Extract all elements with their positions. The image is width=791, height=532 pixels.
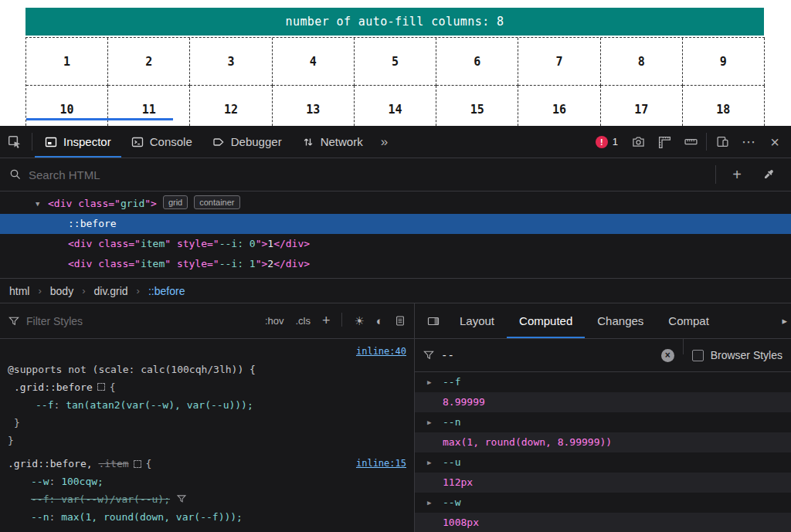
browser-styles-checkbox[interactable] (692, 350, 704, 361)
selector-highlighter-icon[interactable] (134, 460, 141, 468)
add-rule-button[interactable]: + (322, 313, 331, 329)
computed-property-value: 1008px (415, 513, 791, 532)
computed-property-name: --n (443, 412, 460, 432)
tag-token: </div> (273, 238, 310, 249)
property-value: 100cqw; (61, 476, 104, 487)
console-icon (131, 136, 144, 148)
supports-condition: @supports not (scale: calc(100cqh/3lh)) … (8, 361, 406, 378)
tabs-overflow-arrow[interactable]: ▸ (778, 303, 791, 338)
clear-filter-button[interactable]: × (661, 349, 674, 362)
tab-changes[interactable]: Changes (585, 303, 656, 338)
colon: : (49, 476, 61, 487)
declaration-overridden[interactable]: --f: var(--w)/var(--u); (8, 490, 406, 508)
breadcrumb-body[interactable]: body (50, 285, 73, 297)
dark-scheme-simulation-button[interactable]: ◐ (376, 314, 383, 327)
measure-icon (684, 135, 698, 148)
expand-arrow-icon[interactable]: ▶ (427, 412, 435, 432)
breadcrumb-html[interactable]: html (9, 285, 29, 297)
divider (715, 165, 716, 184)
declaration[interactable]: --f: tan(atan2(var(--w), var(--u))); (8, 396, 406, 414)
declaration[interactable]: --w: 100cqw; (8, 473, 406, 490)
devtools-toolbar: Inspector Console Debugger Network » ! 1 (0, 126, 791, 158)
devtools-menu-button[interactable]: ⋯ (735, 126, 762, 158)
selector: .grid::before (14, 381, 93, 393)
tab-debugger[interactable]: Debugger (202, 126, 292, 158)
overridden-filter-icon[interactable] (177, 494, 186, 503)
search-input[interactable]: Search HTML (29, 168, 706, 181)
grid-badge[interactable]: grid (163, 195, 188, 209)
three-pane-toggle-button[interactable] (419, 303, 447, 338)
computed-property-value: 8.99999 (415, 392, 791, 412)
colon: : (49, 493, 61, 505)
markup-node-before-selected[interactable]: ::before (0, 214, 791, 234)
grid-cell: 4 (273, 38, 355, 86)
filter-styles-input[interactable]: Filter Styles (26, 315, 258, 327)
breadcrumb-div-grid[interactable]: div.grid (94, 285, 128, 297)
responsive-design-button[interactable] (709, 126, 735, 158)
eyedropper-button[interactable] (755, 168, 782, 181)
computed-property-row[interactable]: ▶--u (415, 452, 791, 473)
tag-token: <div class=" (68, 258, 141, 269)
expand-arrow-icon[interactable]: ▼ (36, 194, 48, 214)
pick-element-button[interactable] (0, 126, 29, 158)
more-tabs-button[interactable]: » (373, 126, 396, 158)
computed-property-name: --f (443, 372, 460, 392)
browser-styles-label: Browser Styles (711, 349, 783, 361)
markup-node-item[interactable]: <div class="item" style="--i: 0">1</div> (0, 234, 791, 254)
meatball-menu-icon: ⋯ (742, 134, 755, 151)
eyedropper-icon (762, 168, 775, 181)
close-devtools-button[interactable]: × (762, 126, 788, 158)
add-search-button[interactable]: + (725, 166, 749, 184)
tab-compat[interactable]: Compat (656, 303, 721, 338)
tab-label: Network (321, 135, 363, 148)
print-simulation-button[interactable] (395, 315, 406, 327)
source-link[interactable]: inline:15 (356, 455, 406, 473)
property-value: tan(atan2(var(--w), var(--u))); (66, 399, 253, 411)
filter-icon (423, 350, 434, 361)
tab-console[interactable]: Console (121, 126, 202, 158)
container-badge[interactable]: container (194, 195, 239, 209)
light-scheme-simulation-button[interactable]: ☀ (354, 314, 364, 328)
grid-cell: 13 (273, 86, 355, 126)
computed-property-row[interactable]: ▶--f (415, 372, 791, 392)
rulers-button[interactable] (651, 126, 677, 158)
expand-arrow-icon[interactable]: ▶ (427, 493, 435, 513)
computed-property-row[interactable]: ▶--n (415, 412, 791, 432)
markup-node-grid[interactable]: ▼<div class="grid">gridcontainer (0, 194, 791, 214)
property-value: var(--w)/var(--u); (61, 493, 170, 505)
selector-highlighter-icon[interactable] (97, 383, 105, 391)
filter-icon (8, 316, 19, 327)
rulers-icon (658, 135, 671, 148)
tab-network[interactable]: Network (292, 126, 373, 158)
rules-panel: Filter Styles :hov .cls + ☀ ◐ inline:40 … (0, 303, 415, 532)
measure-button[interactable] (677, 126, 704, 158)
tab-computed[interactable]: Computed (507, 303, 585, 338)
open-brace: { (110, 381, 116, 393)
text-token: 1 (267, 238, 273, 249)
class-panel-button[interactable]: .cls (295, 315, 311, 327)
debugger-icon (212, 136, 225, 148)
screenshot-button[interactable] (625, 126, 651, 158)
screen: number of auto-fill columns: 8 1 2 3 4 5… (0, 0, 791, 532)
tab-layout[interactable]: Layout (447, 303, 507, 338)
computed-property-name: --w (443, 493, 460, 513)
pick-element-icon (8, 135, 22, 149)
pseudo-class-panel-button[interactable]: :hov (265, 315, 284, 327)
grid-cell: 2 (108, 38, 190, 86)
declaration[interactable]: --n: max(1, round(down, var(--f))); (8, 508, 406, 526)
expand-arrow-icon[interactable]: ▶ (427, 452, 435, 473)
error-count-button[interactable]: ! 1 (589, 136, 625, 148)
computed-property-row[interactable]: ▶--w (415, 493, 791, 513)
rules-toolbar-buttons: :hov .cls + ☀ ◐ (265, 313, 406, 329)
computed-filter-input[interactable]: -- (441, 349, 654, 361)
expand-arrow-icon[interactable]: ▶ (427, 372, 435, 392)
breadcrumb-before[interactable]: ::before (148, 285, 185, 297)
tag-token: " style=" (165, 238, 219, 249)
markup-node-item[interactable]: <div class="item" style="--i: 1">2</div> (0, 254, 791, 274)
tab-inspector[interactable]: Inspector (35, 126, 121, 158)
source-link[interactable]: inline:40 (356, 343, 406, 361)
attr-value-token: grid (121, 198, 144, 209)
selector-unmatched: .item (98, 458, 128, 469)
tag-token: " style=" (165, 258, 219, 269)
responsive-design-icon (716, 135, 729, 148)
